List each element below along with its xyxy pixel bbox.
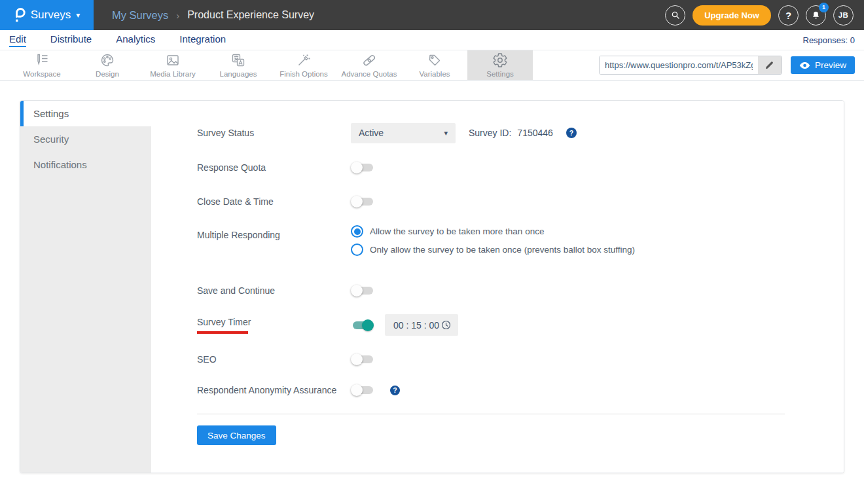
tab-integration[interactable]: Integration: [179, 33, 226, 47]
seo-label: SEO: [197, 354, 351, 365]
survey-status-label: Survey Status: [197, 128, 351, 138]
settings-main: Survey Status Active ▾ Survey ID: 715044…: [151, 101, 844, 473]
toolbar-item-settings[interactable]: Settings: [467, 50, 533, 80]
sidebar-item-security[interactable]: Security: [20, 126, 151, 152]
topbar: Surveys ▾ My Surveys › Product Experienc…: [0, 0, 864, 30]
breadcrumb-my-surveys[interactable]: My Surveys: [112, 9, 168, 22]
gear-icon: [492, 52, 508, 68]
settings-sidebar: Settings Security Notifications: [20, 101, 151, 473]
radio-allow-once[interactable]: Only allow the survey to be taken once (…: [351, 243, 635, 256]
survey-status-select[interactable]: Active ▾: [351, 123, 456, 143]
notifications-button[interactable]: 1: [806, 5, 826, 26]
survey-url-input[interactable]: [600, 56, 758, 74]
seo-toggle[interactable]: [351, 353, 374, 366]
save-continue-label: Save and Continue: [197, 285, 351, 296]
search-button[interactable]: [665, 5, 685, 26]
section-divider: [197, 414, 785, 414]
close-date-label: Close Date & Time: [197, 196, 351, 207]
palette-icon: [99, 52, 115, 68]
survey-toolbar: Workspace Design Media Library Languages…: [0, 50, 864, 81]
chevron-down-icon: ▾: [444, 129, 448, 137]
upgrade-now-button[interactable]: Upgrade Now: [693, 5, 771, 26]
product-name: Surveys: [31, 9, 71, 22]
toolbar-item-workspace[interactable]: Workspace: [9, 50, 75, 80]
breadcrumb-separator: ›: [176, 10, 179, 21]
survey-status-row: Survey Status Active ▾ Survey ID: 715044…: [197, 122, 844, 143]
response-quota-label: Response Quota: [197, 162, 351, 173]
multiple-responding-row: Multiple Responding Allow the survey to …: [197, 225, 844, 267]
tab-distribute[interactable]: Distribute: [50, 33, 92, 47]
survey-id-help-icon[interactable]: ?: [566, 128, 577, 138]
tab-analytics[interactable]: Analytics: [116, 33, 155, 47]
save-continue-row: Save and Continue: [197, 280, 844, 301]
survey-url-field: [599, 56, 782, 75]
question-mark-icon: ?: [785, 10, 791, 21]
survey-id-label: Survey ID:: [469, 128, 511, 138]
questionpro-logo-icon: [14, 7, 26, 23]
breadcrumb: My Surveys › Product Experience Survey: [112, 0, 665, 30]
workspace-icon: [34, 52, 50, 68]
survey-timer-input[interactable]: 00 : 15 : 00: [385, 314, 458, 336]
translate-icon: [230, 52, 246, 68]
survey-status-value: Active: [359, 128, 384, 138]
anonymity-toggle[interactable]: [351, 384, 374, 397]
eye-icon: [799, 62, 810, 69]
tab-nav: Edit Distribute Analytics Integration Re…: [0, 30, 864, 50]
red-annotation-underline: [197, 331, 248, 334]
toolbar-item-media-library[interactable]: Media Library: [140, 50, 206, 80]
survey-id-value: 7150446: [517, 128, 553, 138]
anonymity-label: Respondent Anonymity Assurance: [197, 385, 351, 395]
survey-title: Product Experience Survey: [187, 9, 314, 21]
save-changes-button[interactable]: Save Changes: [197, 425, 276, 445]
toolbar-item-design[interactable]: Design: [75, 50, 140, 80]
radio-allow-multiple[interactable]: Allow the survey to be taken more than o…: [351, 225, 635, 238]
sidebar-item-notifications[interactable]: Notifications: [20, 152, 151, 177]
survey-timer-row: Survey Timer 00 : 15 : 00: [197, 314, 844, 336]
save-continue-toggle[interactable]: [351, 284, 374, 297]
bell-icon: [811, 10, 821, 20]
pencil-icon: [765, 60, 774, 70]
chain-link-icon: [361, 52, 377, 68]
response-quota-row: Response Quota: [197, 157, 844, 178]
magic-wand-icon: [296, 52, 312, 68]
settings-panel: Settings Security Notifications Survey S…: [20, 100, 844, 473]
notification-badge: 1: [819, 3, 829, 12]
toolbar-item-advance-quotas[interactable]: Advance Quotas: [336, 50, 402, 80]
anonymity-row: Respondent Anonymity Assurance ?: [197, 380, 844, 401]
tag-icon: [427, 52, 442, 68]
sidebar-item-settings[interactable]: Settings: [20, 101, 151, 126]
preview-button[interactable]: Preview: [791, 56, 855, 74]
survey-timer-toggle[interactable]: [351, 319, 374, 332]
image-icon: [165, 52, 181, 68]
multiple-responding-label: Multiple Responding: [197, 230, 351, 240]
toolbar-item-languages[interactable]: Languages: [206, 50, 271, 80]
help-button[interactable]: ?: [778, 5, 799, 26]
radio-button[interactable]: [351, 225, 363, 238]
edit-url-button[interactable]: [758, 56, 782, 74]
chevron-down-icon: ▾: [76, 11, 80, 19]
tab-edit[interactable]: Edit: [9, 33, 26, 47]
topbar-actions: Upgrade Now ? 1 JB: [665, 0, 864, 30]
survey-timer-label: Survey Timer: [197, 317, 251, 327]
response-quota-toggle[interactable]: [351, 161, 374, 174]
close-date-row: Close Date & Time: [197, 191, 844, 212]
surveys-product-menu[interactable]: Surveys ▾: [0, 0, 94, 30]
search-icon: [670, 10, 681, 20]
user-avatar[interactable]: JB: [833, 5, 854, 26]
toolbar-item-variables[interactable]: Variables: [402, 50, 467, 80]
responses-count: Responses: 0: [803, 35, 855, 45]
survey-timer-value: 00 : 15 : 00: [393, 320, 439, 331]
clock-icon: [441, 319, 452, 331]
anonymity-help-icon[interactable]: ?: [390, 386, 400, 395]
close-date-toggle[interactable]: [351, 195, 374, 208]
toolbar-item-finish-options[interactable]: Finish Options: [271, 50, 336, 80]
radio-button[interactable]: [351, 243, 363, 256]
seo-row: SEO: [197, 349, 844, 370]
